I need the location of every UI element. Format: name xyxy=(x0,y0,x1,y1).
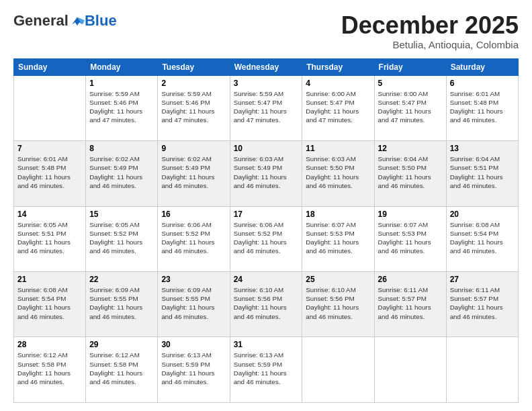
day-info: Sunrise: 6:05 AM Sunset: 5:52 PM Dayligh… xyxy=(89,220,154,256)
day-info: Sunrise: 6:12 AM Sunset: 5:58 PM Dayligh… xyxy=(89,351,154,386)
logo-general: General xyxy=(13,12,69,30)
day-number: 10 xyxy=(234,144,299,153)
day-number: 22 xyxy=(89,275,154,284)
day-number: 5 xyxy=(378,79,443,88)
table-row: 5Sunrise: 6:00 AM Sunset: 5:47 PM Daylig… xyxy=(374,75,446,140)
day-number: 11 xyxy=(306,144,370,153)
logo: General Blue xyxy=(13,12,117,30)
table-row: 18Sunrise: 6:07 AM Sunset: 5:53 PM Dayli… xyxy=(302,206,374,271)
calendar-week-row: 21Sunrise: 6:08 AM Sunset: 5:54 PM Dayli… xyxy=(14,272,519,337)
table-row: 29Sunrise: 6:12 AM Sunset: 5:58 PM Dayli… xyxy=(86,337,158,403)
table-row: 1Sunrise: 5:59 AM Sunset: 5:46 PM Daylig… xyxy=(86,75,158,140)
day-info: Sunrise: 6:01 AM Sunset: 5:48 PM Dayligh… xyxy=(450,89,515,125)
day-number: 17 xyxy=(234,210,299,219)
col-tuesday: Tuesday xyxy=(158,58,230,75)
day-info: Sunrise: 5:59 AM Sunset: 5:46 PM Dayligh… xyxy=(161,89,226,125)
table-row: 10Sunrise: 6:03 AM Sunset: 5:49 PM Dayli… xyxy=(230,141,302,206)
calendar-week-row: 28Sunrise: 6:12 AM Sunset: 5:58 PM Dayli… xyxy=(14,337,519,403)
table-row: 12Sunrise: 6:04 AM Sunset: 5:50 PM Dayli… xyxy=(374,141,446,206)
table-row: 31Sunrise: 6:13 AM Sunset: 5:59 PM Dayli… xyxy=(230,337,302,403)
day-number: 19 xyxy=(378,210,443,219)
day-number: 25 xyxy=(306,275,370,284)
day-info: Sunrise: 6:11 AM Sunset: 5:57 PM Dayligh… xyxy=(450,285,515,321)
day-info: Sunrise: 5:59 AM Sunset: 5:47 PM Dayligh… xyxy=(234,89,299,125)
table-row: 9Sunrise: 6:02 AM Sunset: 5:49 PM Daylig… xyxy=(158,141,230,206)
day-info: Sunrise: 6:04 AM Sunset: 5:50 PM Dayligh… xyxy=(378,154,443,190)
table-row: 2Sunrise: 5:59 AM Sunset: 5:46 PM Daylig… xyxy=(158,75,230,140)
table-row: 22Sunrise: 6:09 AM Sunset: 5:55 PM Dayli… xyxy=(86,272,158,337)
calendar-table: Sunday Monday Tuesday Wednesday Thursday… xyxy=(13,58,519,403)
table-row: 6Sunrise: 6:01 AM Sunset: 5:48 PM Daylig… xyxy=(446,75,518,140)
day-number: 3 xyxy=(234,79,299,88)
day-number: 29 xyxy=(89,340,154,349)
day-info: Sunrise: 6:05 AM Sunset: 5:51 PM Dayligh… xyxy=(17,220,82,256)
day-info: Sunrise: 6:02 AM Sunset: 5:49 PM Dayligh… xyxy=(161,154,226,190)
day-info: Sunrise: 6:03 AM Sunset: 5:50 PM Dayligh… xyxy=(306,154,370,190)
title-block: December 2025 Betulia, Antioquia, Colomb… xyxy=(341,12,519,50)
day-number: 13 xyxy=(450,144,515,153)
day-info: Sunrise: 6:10 AM Sunset: 5:56 PM Dayligh… xyxy=(306,285,370,321)
table-row: 11Sunrise: 6:03 AM Sunset: 5:50 PM Dayli… xyxy=(302,141,374,206)
day-info: Sunrise: 6:06 AM Sunset: 5:52 PM Dayligh… xyxy=(161,220,226,256)
table-row: 25Sunrise: 6:10 AM Sunset: 5:56 PM Dayli… xyxy=(302,272,374,337)
logo-blue: Blue xyxy=(85,12,117,30)
day-number: 4 xyxy=(306,79,370,88)
day-number: 21 xyxy=(17,275,82,284)
day-info: Sunrise: 6:09 AM Sunset: 5:55 PM Dayligh… xyxy=(161,285,226,321)
logo-bird-icon xyxy=(70,15,85,27)
day-info: Sunrise: 6:11 AM Sunset: 5:57 PM Dayligh… xyxy=(378,285,443,321)
day-number: 2 xyxy=(161,79,226,88)
col-monday: Monday xyxy=(86,58,158,75)
table-row: 21Sunrise: 6:08 AM Sunset: 5:54 PM Dayli… xyxy=(14,272,86,337)
day-number: 20 xyxy=(450,210,515,219)
day-info: Sunrise: 6:10 AM Sunset: 5:56 PM Dayligh… xyxy=(234,285,299,321)
col-friday: Friday xyxy=(374,58,446,75)
table-row: 19Sunrise: 6:07 AM Sunset: 5:53 PM Dayli… xyxy=(374,206,446,271)
day-info: Sunrise: 5:59 AM Sunset: 5:46 PM Dayligh… xyxy=(89,89,154,125)
day-number: 12 xyxy=(378,144,443,153)
day-info: Sunrise: 6:12 AM Sunset: 5:58 PM Dayligh… xyxy=(17,351,82,386)
calendar-week-row: 14Sunrise: 6:05 AM Sunset: 5:51 PM Dayli… xyxy=(14,206,519,271)
day-number: 6 xyxy=(450,79,515,88)
page: General Blue December 2025 Betulia, Anti… xyxy=(0,0,532,411)
day-number: 15 xyxy=(89,210,154,219)
table-row: 23Sunrise: 6:09 AM Sunset: 5:55 PM Dayli… xyxy=(158,272,230,337)
calendar-week-row: 7Sunrise: 6:01 AM Sunset: 5:48 PM Daylig… xyxy=(14,141,519,206)
table-row: 26Sunrise: 6:11 AM Sunset: 5:57 PM Dayli… xyxy=(374,272,446,337)
day-info: Sunrise: 6:01 AM Sunset: 5:48 PM Dayligh… xyxy=(17,154,82,190)
table-row: 4Sunrise: 6:00 AM Sunset: 5:47 PM Daylig… xyxy=(302,75,374,140)
table-row: 30Sunrise: 6:13 AM Sunset: 5:59 PM Dayli… xyxy=(158,337,230,403)
day-info: Sunrise: 6:07 AM Sunset: 5:53 PM Dayligh… xyxy=(306,220,370,256)
table-row xyxy=(302,337,374,403)
day-number: 14 xyxy=(17,210,82,219)
table-row xyxy=(374,337,446,403)
day-number: 8 xyxy=(89,144,154,153)
day-info: Sunrise: 6:00 AM Sunset: 5:47 PM Dayligh… xyxy=(378,89,443,125)
table-row xyxy=(446,337,518,403)
day-info: Sunrise: 6:06 AM Sunset: 5:52 PM Dayligh… xyxy=(234,220,299,256)
table-row: 20Sunrise: 6:08 AM Sunset: 5:54 PM Dayli… xyxy=(446,206,518,271)
table-row: 27Sunrise: 6:11 AM Sunset: 5:57 PM Dayli… xyxy=(446,272,518,337)
table-row: 24Sunrise: 6:10 AM Sunset: 5:56 PM Dayli… xyxy=(230,272,302,337)
day-info: Sunrise: 6:03 AM Sunset: 5:49 PM Dayligh… xyxy=(234,154,299,190)
day-number: 7 xyxy=(17,144,82,153)
table-row: 7Sunrise: 6:01 AM Sunset: 5:48 PM Daylig… xyxy=(14,141,86,206)
month-title: December 2025 xyxy=(341,12,519,39)
day-info: Sunrise: 6:02 AM Sunset: 5:49 PM Dayligh… xyxy=(89,154,154,190)
day-number: 23 xyxy=(161,275,226,284)
day-number: 16 xyxy=(161,210,226,219)
location: Betulia, Antioquia, Colombia xyxy=(341,39,519,50)
day-number: 24 xyxy=(234,275,299,284)
col-sunday: Sunday xyxy=(14,58,86,75)
day-info: Sunrise: 6:13 AM Sunset: 5:59 PM Dayligh… xyxy=(234,351,299,386)
day-info: Sunrise: 6:04 AM Sunset: 5:51 PM Dayligh… xyxy=(450,154,515,190)
day-number: 28 xyxy=(17,340,82,349)
day-info: Sunrise: 6:09 AM Sunset: 5:55 PM Dayligh… xyxy=(89,285,154,321)
table-row: 13Sunrise: 6:04 AM Sunset: 5:51 PM Dayli… xyxy=(446,141,518,206)
table-row: 16Sunrise: 6:06 AM Sunset: 5:52 PM Dayli… xyxy=(158,206,230,271)
table-row: 17Sunrise: 6:06 AM Sunset: 5:52 PM Dayli… xyxy=(230,206,302,271)
logo-text: General Blue xyxy=(13,12,117,30)
table-row: 15Sunrise: 6:05 AM Sunset: 5:52 PM Dayli… xyxy=(86,206,158,271)
day-info: Sunrise: 6:08 AM Sunset: 5:54 PM Dayligh… xyxy=(17,285,82,321)
table-row: 28Sunrise: 6:12 AM Sunset: 5:58 PM Dayli… xyxy=(14,337,86,403)
